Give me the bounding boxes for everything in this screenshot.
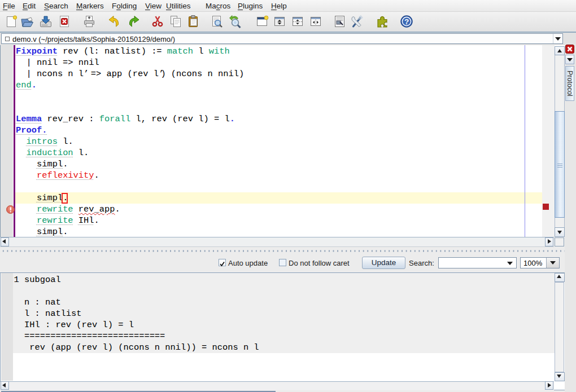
svg-text:?: ? <box>404 17 409 26</box>
